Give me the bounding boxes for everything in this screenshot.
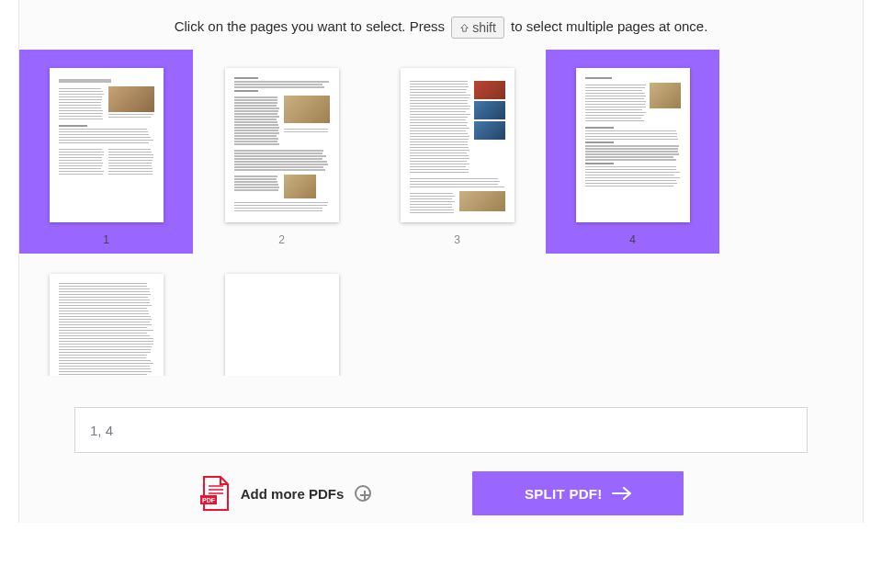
- page-preview: [401, 68, 514, 222]
- page-preview: [50, 274, 164, 376]
- pdf-split-panel: Click on the pages you want to select. P…: [18, 0, 864, 523]
- page-number-label: 3: [370, 222, 544, 254]
- page-preview: [225, 68, 339, 222]
- page-thumbnail-6[interactable]: 6: [195, 255, 368, 376]
- instructions-text: Click on the pages you want to select. P…: [19, 0, 863, 50]
- arrow-right-icon: [612, 487, 632, 500]
- page-thumbnail-2[interactable]: 2: [195, 50, 368, 254]
- add-more-pdfs-button[interactable]: PDF Add more PDFs: [198, 475, 372, 512]
- action-row: PDF Add more PDFs SPLIT PDF!: [19, 471, 863, 515]
- page-preview: [225, 274, 339, 376]
- page-preview: [50, 68, 164, 222]
- page-thumbnail-1[interactable]: 1: [19, 50, 193, 254]
- page-number-label: 2: [195, 222, 368, 254]
- shift-key-label: shift: [472, 20, 496, 35]
- shift-key-indicator: shift: [451, 17, 504, 39]
- page-preview: [576, 68, 690, 222]
- page-grid: 123456: [19, 50, 863, 376]
- page-thumbnail-3[interactable]: 3: [370, 50, 544, 254]
- split-pdf-button[interactable]: SPLIT PDF!: [472, 471, 684, 515]
- split-button-label: SPLIT PDF!: [525, 486, 603, 502]
- plus-circle-icon: [355, 485, 371, 502]
- svg-text:PDF: PDF: [202, 497, 216, 503]
- pdf-file-icon: PDF: [198, 475, 230, 512]
- instructions-before: Click on the pages you want to select. P…: [175, 18, 445, 34]
- add-more-label: Add more PDFs: [241, 486, 345, 502]
- page-range-input[interactable]: [74, 407, 808, 453]
- shift-arrow-icon: [459, 23, 469, 33]
- instructions-after: to select multiple pages at once.: [511, 18, 707, 34]
- page-number-label: 4: [546, 222, 719, 254]
- page-thumbnail-4[interactable]: 4: [546, 50, 719, 254]
- page-thumbnail-5[interactable]: 5: [19, 255, 193, 376]
- page-number-label: 1: [19, 222, 193, 254]
